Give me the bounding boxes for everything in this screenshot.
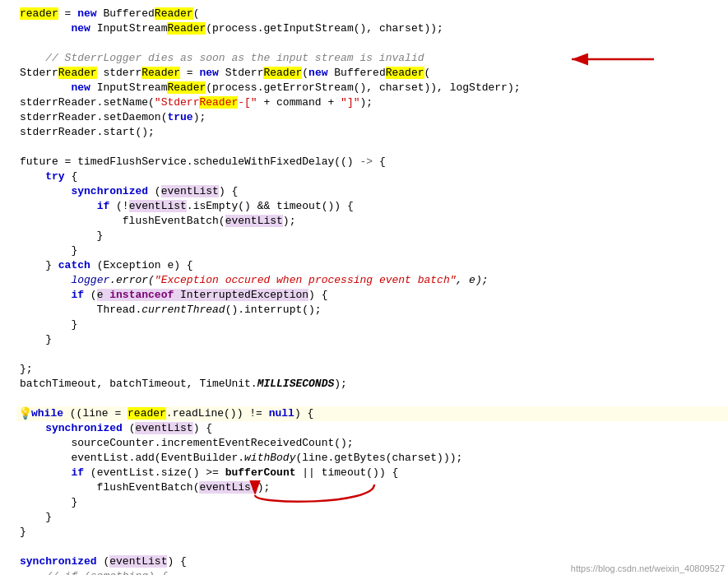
line-content-5: StderrReader stderrReader = new StderrRe… <box>16 66 728 81</box>
line-content-23: } <box>16 332 728 347</box>
line-content-6: new InputStreamReader(process.getErrorSt… <box>16 81 728 95</box>
line-content-12: try { <box>16 169 728 184</box>
line-content-1: reader = new BufferedReader( <box>16 7 728 21</box>
code-line-1: reader = new BufferedReader( <box>16 7 728 21</box>
line-content-18: } catch (Exception e) { <box>16 258 728 273</box>
code-line-7: stderrReader.setName("StderrReader-[" + … <box>16 95 728 110</box>
line-content-16: } <box>16 229 728 243</box>
line-content-11: future = timedFlushService.scheduleWithF… <box>16 155 728 169</box>
code-line-28: 💡 while ((line = reader.readLine()) != n… <box>16 406 728 421</box>
code-line-35: } <box>16 510 728 525</box>
code-line-19: logger.error("Exception occured when pro… <box>16 273 728 288</box>
line-content-26: batchTimeout, batchTimeout, TimeUnit.MIL… <box>16 377 728 392</box>
code-line-29: synchronized (eventList) { <box>16 421 728 436</box>
line-content-17: } <box>16 243 728 258</box>
code-line-34: } <box>16 495 728 510</box>
code-line-26: batchTimeout, batchTimeout, TimeUnit.MIL… <box>16 377 728 392</box>
code-line-10 <box>16 140 728 155</box>
code-line-9: stderrReader.start(); <box>16 125 728 140</box>
code-line-22: } <box>16 318 728 332</box>
code-line-4: // StderrLogger dies as soon as the inpu… <box>16 51 728 66</box>
line-content-15: flushEventBatch(eventList); <box>16 214 728 229</box>
line-content-9: stderrReader.start(); <box>16 125 728 140</box>
code-line-16: } <box>16 229 728 243</box>
line-content-20: if (e instanceof InterruptedException) { <box>16 288 728 303</box>
code-line-6: new InputStreamReader(process.getErrorSt… <box>16 81 728 95</box>
line-content-36: } <box>16 525 728 540</box>
code-line-24 <box>16 347 728 362</box>
code-line-32: if (eventList.size() >= bufferCount || t… <box>16 466 728 480</box>
line-content-22: } <box>16 318 728 332</box>
code-line-2: new InputStreamReader(process.getInputSt… <box>16 21 728 36</box>
code-line-13: synchronized (eventList) { <box>16 184 728 199</box>
line-content-8: stderrReader.setDaemon(true); <box>16 110 728 125</box>
line-content-19: logger.error("Exception occured when pro… <box>16 273 728 288</box>
line-content-32: if (eventList.size() >= bufferCount || t… <box>16 466 728 480</box>
line-content-7: stderrReader.setName("StderrReader-[" + … <box>16 95 728 110</box>
code-line-37 <box>16 540 728 554</box>
line-content-13: synchronized (eventList) { <box>16 184 728 199</box>
code-line-25: }; <box>16 362 728 377</box>
line-content-30: sourceCounter.incrementEventReceivedCoun… <box>16 436 728 451</box>
code-line-33: flushEventBatch(eventList); <box>16 480 728 495</box>
watermark: https://blog.csdn.net/weixin_40809527 <box>571 563 725 573</box>
line-content-14: if (!eventList.isEmpty() && timeout()) { <box>16 199 728 214</box>
line-content-2: new InputStreamReader(process.getInputSt… <box>16 21 728 36</box>
code-line-17: } <box>16 243 728 258</box>
code-editor: reader = new BufferedReader( new InputSt… <box>0 0 728 575</box>
code-line-18: } catch (Exception e) { <box>16 258 728 273</box>
code-line-11: future = timedFlushService.scheduleWithF… <box>16 155 728 169</box>
code-line-15: flushEventBatch(eventList); <box>16 214 728 229</box>
line-content-25: }; <box>16 362 728 377</box>
code-line-23: } <box>16 332 728 347</box>
code-line-8: stderrReader.setDaemon(true); <box>16 110 728 125</box>
code-line-30: sourceCounter.incrementEventReceivedCoun… <box>16 436 728 451</box>
code-line-5: StderrReader stderrReader = new StderrRe… <box>16 66 728 81</box>
code-line-27 <box>16 392 728 406</box>
line-content-21: Thread.currentThread().interrupt(); <box>16 303 728 318</box>
code-line-20: if (e instanceof InterruptedException) { <box>16 288 728 303</box>
code-line-21: Thread.currentThread().interrupt(); <box>16 303 728 318</box>
code-line-14: if (!eventList.isEmpty() && timeout()) { <box>16 199 728 214</box>
line-content-31: eventList.add(EventBuilder.withBody(line… <box>16 451 728 466</box>
line-content-34: } <box>16 495 728 510</box>
bulb-icon: 💡 <box>18 406 32 421</box>
code-line-12: try { <box>16 169 728 184</box>
line-content-28: while ((line = reader.readLine()) != nul… <box>16 406 728 421</box>
line-content-29: synchronized (eventList) { <box>16 421 728 436</box>
code-line-31: eventList.add(EventBuilder.withBody(line… <box>16 451 728 466</box>
code-line-36: } <box>16 525 728 540</box>
line-content-35: } <box>16 510 728 525</box>
